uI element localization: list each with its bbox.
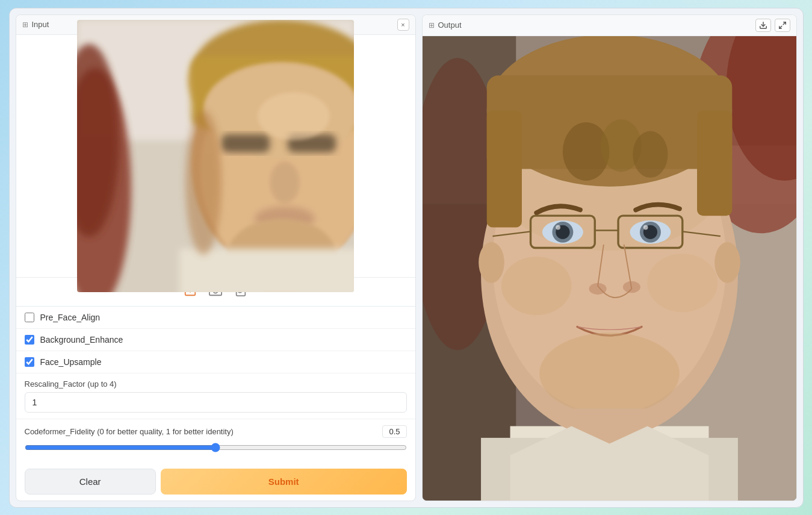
pre-face-align-row: Pre_Face_Align [16, 307, 415, 329]
face-upsample-checkbox[interactable] [25, 357, 34, 367]
input-image-icon: ⊞ [22, 20, 28, 29]
output-panel-title: Output [438, 20, 462, 30]
codeformer-fidelity-slider[interactable] [25, 443, 407, 452]
input-header-left: ⊞ Input [22, 20, 49, 29]
slider-header: Codeformer_Fidelity (0 for better qualit… [25, 425, 407, 438]
close-button[interactable]: × [397, 19, 409, 31]
output-face-svg [423, 36, 796, 501]
download-button[interactable] [755, 19, 771, 32]
background-enhance-row: Background_Enhance [16, 329, 415, 351]
clear-button[interactable]: Clear [25, 469, 156, 495]
codeformer-fidelity-label: Codeformer_Fidelity (0 for better qualit… [25, 427, 234, 436]
svg-rect-10 [222, 134, 270, 152]
svg-rect-15 [179, 249, 354, 292]
svg-point-61 [501, 257, 571, 315]
svg-point-54 [556, 225, 560, 229]
main-container: ⊞ Input × [9, 8, 804, 508]
blurry-face-svg [77, 20, 354, 292]
background-enhance-checkbox[interactable] [25, 335, 34, 345]
svg-point-63 [539, 332, 680, 414]
input-image-area [16, 35, 415, 277]
right-panel: ⊞ Output [422, 14, 797, 501]
rescaling-factor-input[interactable] [25, 392, 407, 413]
svg-point-62 [647, 254, 717, 312]
face-upsample-row: Face_Upsample [16, 351, 415, 373]
codeformer-fidelity-section: Codeformer_Fidelity (0 for better qualit… [16, 419, 415, 463]
output-image-area [423, 36, 796, 501]
codeformer-fidelity-value: 0.5 [382, 425, 406, 438]
face-upsample-label: Face_Upsample [40, 357, 102, 367]
svg-point-16 [185, 110, 222, 255]
rescaling-factor-section: Rescaling_Factor (up to 4) [16, 373, 415, 419]
controls-area: Pre_Face_Align Background_Enhance Face_U… [16, 306, 415, 463]
output-header-left: ⊞ Output [429, 20, 462, 30]
output-image-icon: ⊞ [429, 21, 435, 30]
action-button-row: Clear Submit [16, 463, 415, 501]
svg-point-59 [589, 282, 606, 294]
pre-face-align-label: Pre_Face_Align [40, 313, 101, 322]
pre-face-align-checkbox[interactable] [25, 313, 34, 322]
svg-point-58 [643, 225, 648, 229]
svg-point-17 [258, 92, 330, 140]
svg-point-45 [633, 131, 668, 178]
submit-button[interactable]: Submit [161, 469, 407, 495]
rescaling-factor-label: Rescaling_Factor (up to 4) [25, 379, 407, 389]
svg-rect-41 [486, 110, 521, 227]
svg-point-64 [479, 242, 504, 282]
svg-point-60 [622, 281, 640, 292]
input-image-canvas [77, 20, 354, 292]
expand-icon [778, 21, 787, 30]
output-actions [755, 19, 790, 32]
output-panel-header: ⊞ Output [423, 15, 796, 36]
svg-rect-42 [697, 110, 732, 216]
input-panel-title: Input [32, 20, 49, 29]
svg-point-65 [714, 242, 740, 282]
background-enhance-label: Background_Enhance [40, 335, 123, 345]
expand-button[interactable] [775, 19, 790, 32]
left-panel: ⊞ Input × [16, 14, 416, 501]
download-icon [759, 21, 767, 30]
svg-point-12 [270, 161, 300, 204]
